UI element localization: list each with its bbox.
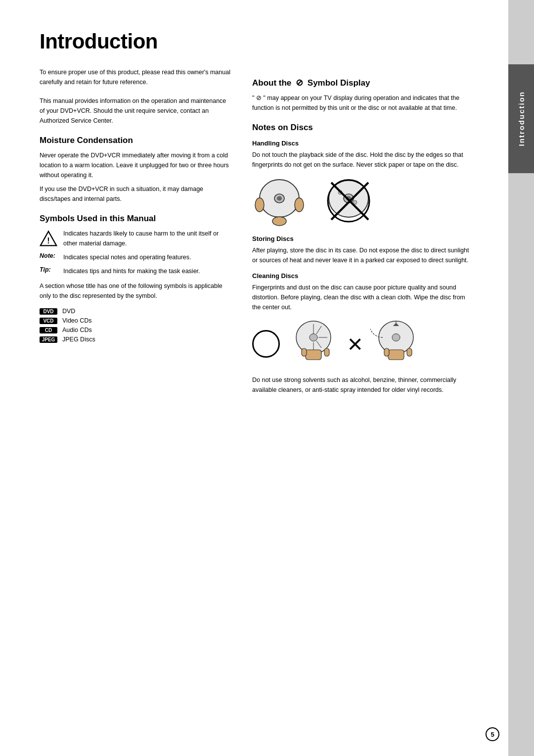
left-column: To ensure proper use of this product, pl… [40, 67, 232, 399]
cleaning-wrong-illustration [370, 320, 422, 367]
about-symbol-heading: About the ⊘ Symbol Display [252, 77, 475, 88]
side-tab-active: Introduction [508, 64, 534, 173]
note-text: Indicates special notes and operating fe… [63, 252, 191, 262]
moisture-heading: Moisture Condensation [40, 136, 232, 145]
vcd-badge: VCD [40, 318, 57, 324]
warning-text: Indicates hazards likely to cause harm t… [63, 229, 232, 248]
disc-row-vcd: VCD Video CDs [40, 317, 232, 324]
svg-point-4 [277, 196, 282, 201]
moisture-para-1: Never operate the DVD+VCR immediately af… [40, 150, 232, 180]
disc-row-cd: CD Audio CDs [40, 327, 232, 333]
cleaning-illustrations: × [252, 320, 475, 367]
dvd-label: DVD [62, 308, 75, 315]
svg-rect-31 [388, 350, 404, 360]
correct-disc-illustration [252, 178, 307, 227]
no-x-icon: × [348, 331, 362, 357]
warning-row: ! Indicates hazards likely to cause harm… [40, 229, 232, 248]
jpeg-label: JPEG Discs [62, 336, 95, 343]
disc-row-jpeg: JPEG JPEG Discs [40, 336, 232, 343]
handling-text: Do not touch the playback side of the di… [252, 150, 475, 170]
content-area: To ensure proper use of this product, pl… [40, 67, 475, 399]
disc-row-dvd: DVD DVD [40, 308, 232, 315]
note-row: Note: Indicates special notes and operat… [40, 252, 232, 262]
tip-row: Tip: Indicates tips and hints for making… [40, 266, 232, 276]
jpeg-badge: JPEG [40, 336, 57, 343]
cleaning-subheading: Cleaning Discs [252, 272, 475, 280]
handling-subheading: Handling Discs [252, 140, 475, 147]
page-title: Introduction [40, 30, 504, 53]
vcd-label: Video CDs [62, 317, 92, 324]
storing-text: After playing, store the disc in its cas… [252, 245, 475, 265]
svg-rect-26 [302, 348, 307, 356]
svg-rect-27 [324, 348, 329, 356]
about-symbol-para: " ⊘ " may appear on your TV display duri… [252, 93, 475, 113]
tip-text: Indicates tips and hints for making the … [63, 266, 200, 276]
prohibited-symbol-icon: ⊘ [296, 78, 303, 88]
svg-text:!: ! [47, 236, 49, 245]
intro-para-2: This manual provides information on the … [40, 96, 232, 126]
svg-point-7 [272, 217, 286, 226]
right-column: About the ⊘ Symbol Display " ⊘ " may app… [252, 67, 475, 399]
no-solvents-text: Do not use strong solvents such as alcoh… [252, 375, 475, 395]
note-label: Note: [40, 252, 58, 259]
svg-point-6 [295, 198, 304, 212]
symbols-heading: Symbols Used in this Manual [40, 214, 232, 224]
wrong-disc-illustration [321, 178, 376, 227]
handling-illustrations [252, 178, 475, 227]
cd-badge: CD [40, 327, 57, 333]
cleaning-correct-illustration [288, 320, 340, 367]
warning-triangle-icon: ! [40, 230, 57, 247]
page-container: Introduction To ensure proper use of thi… [0, 0, 534, 756]
cleaning-text: Fingerprints and dust on the disc can ca… [252, 283, 475, 312]
side-tab-label: Introduction [517, 91, 526, 146]
svg-rect-32 [384, 348, 389, 356]
cd-label: Audio CDs [62, 327, 92, 333]
svg-point-19 [310, 334, 317, 341]
svg-rect-33 [407, 348, 412, 356]
disc-type-list: DVD DVD VCD Video CDs CD Audio CDs JPEG … [40, 308, 232, 343]
ok-circle-icon [252, 330, 280, 358]
about-symbol-heading-suffix: Symbol Display [308, 78, 370, 88]
section-note: A section whose title has one of the fol… [40, 281, 232, 301]
dvd-badge: DVD [40, 308, 57, 315]
moisture-para-2: If you use the DVD+VCR in such a situati… [40, 184, 232, 204]
svg-rect-25 [306, 350, 321, 360]
storing-subheading: Storing Discs [252, 235, 475, 242]
tip-label: Tip: [40, 266, 58, 273]
intro-para-1: To ensure proper use of this product, pl… [40, 67, 232, 87]
svg-point-29 [392, 334, 400, 341]
about-symbol-heading-prefix: About the [252, 78, 291, 88]
notes-on-discs-heading: Notes on Discs [252, 123, 475, 133]
svg-point-5 [255, 198, 264, 212]
